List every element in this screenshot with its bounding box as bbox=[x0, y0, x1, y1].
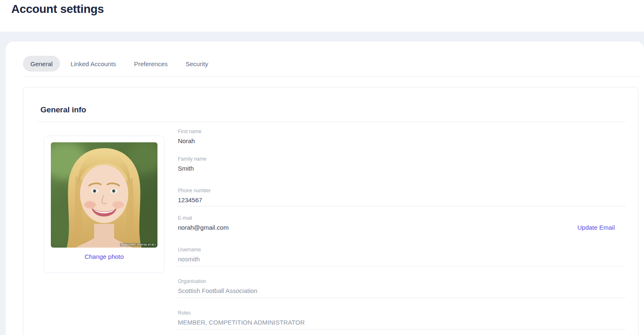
page-header: Account settings bbox=[0, 0, 644, 32]
email-label: E-mail bbox=[178, 215, 626, 221]
tab-general[interactable]: General bbox=[23, 56, 60, 72]
profile-photo: StyleGAN2 (Karras et al.) bbox=[51, 142, 157, 248]
family-name-label: Family name bbox=[178, 156, 626, 162]
page-background-gap bbox=[0, 32, 644, 42]
phone-number-input[interactable]: 1234567 bbox=[178, 196, 626, 203]
organisation-label: Organisation bbox=[178, 278, 626, 284]
general-info-form: First name Norah Family name Smith Phone… bbox=[178, 129, 626, 335]
page-title: Account settings bbox=[11, 0, 644, 16]
tab-bar-divider bbox=[23, 76, 639, 77]
settings-card: General Linked Accounts Preferences Secu… bbox=[6, 42, 644, 335]
section-divider bbox=[37, 122, 626, 122]
field-username: Username nosmith bbox=[178, 247, 626, 266]
field-phone-number: Phone number 1234567 bbox=[178, 188, 626, 206]
profile-photo-card: StyleGAN2 (Karras et al.) Change photo bbox=[44, 136, 165, 273]
update-email-button[interactable]: Update Email bbox=[577, 224, 615, 231]
tab-security[interactable]: Security bbox=[178, 56, 216, 72]
general-info-panel: General info bbox=[23, 87, 639, 335]
photo-watermark: StyleGAN2 (Karras et al.) bbox=[120, 243, 157, 246]
section-title: General info bbox=[40, 105, 626, 114]
username-label: Username bbox=[178, 247, 626, 253]
tab-bar: General Linked Accounts Preferences Secu… bbox=[23, 56, 644, 72]
field-email: E-mail norah@gmail.com Update Email bbox=[178, 215, 626, 231]
tab-linked-accounts[interactable]: Linked Accounts bbox=[63, 56, 123, 72]
field-organisation: Organisation Scottish Football Associati… bbox=[178, 278, 626, 298]
first-name-label: First name bbox=[178, 129, 626, 134]
field-family-name: Family name Smith bbox=[178, 156, 626, 172]
organisation-value: Scottish Football Association bbox=[178, 287, 626, 294]
phone-number-label: Phone number bbox=[178, 188, 626, 194]
general-info-content: StyleGAN2 (Karras et al.) Change photo F… bbox=[40, 129, 626, 335]
email-value: norah@gmail.com bbox=[178, 224, 229, 231]
roles-value: MEMBER, COMPETITION ADMINISTRATOR bbox=[178, 319, 626, 326]
tab-preferences[interactable]: Preferences bbox=[127, 56, 175, 72]
profile-photo-illustration bbox=[51, 142, 157, 248]
field-roles: Roles MEMBER, COMPETITION ADMINISTRATOR bbox=[178, 310, 626, 330]
roles-label: Roles bbox=[178, 310, 626, 316]
first-name-input[interactable]: Norah bbox=[178, 137, 626, 144]
username-value: nosmith bbox=[178, 256, 626, 263]
field-first-name: First name Norah bbox=[178, 129, 626, 144]
family-name-input[interactable]: Smith bbox=[178, 165, 626, 172]
change-photo-link[interactable]: Change photo bbox=[85, 253, 124, 260]
